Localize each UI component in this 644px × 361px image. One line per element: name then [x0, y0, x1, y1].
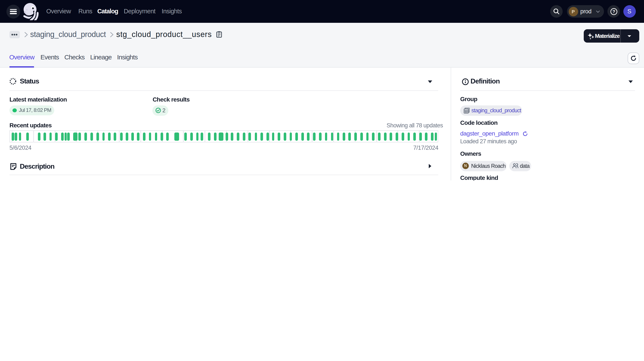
svg-text:?: ? — [612, 9, 615, 14]
